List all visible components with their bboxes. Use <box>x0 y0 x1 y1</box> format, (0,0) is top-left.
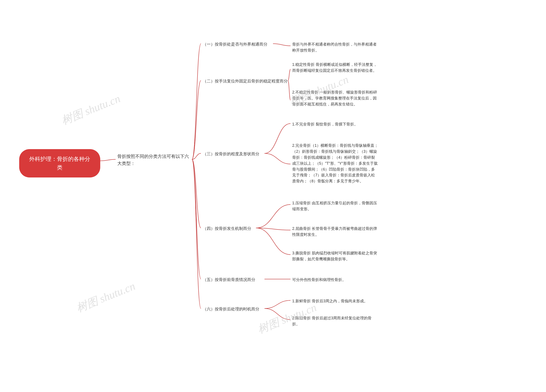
category-node-5: （五）按骨折前骨质情况而分 <box>203 277 265 283</box>
root-node: 外科护理：骨折的各种分 类 <box>19 149 100 177</box>
category-label: （一）按骨折处是否与外界相通而分 <box>203 42 267 46</box>
connector <box>288 69 291 81</box>
connector <box>192 159 201 228</box>
leaf-node-2-1: 1.稳定性骨折 骨折横断或近似横断，经手法整复，而骨折断端经复位固定后不致再发生… <box>292 62 379 74</box>
leaf-text: 2.不稳定性骨折 一般斜形骨折、螺旋形骨折和粉碎骨折等，医。学教育网搜集整理在手… <box>292 90 377 106</box>
watermark: 树图 shutu.cn <box>59 91 123 128</box>
leaf-text: 1.压缩骨折 由互相挤压力量引起的骨折，骨骼因压缩而变形。 <box>292 201 377 211</box>
connector <box>265 309 291 320</box>
connector <box>256 228 291 255</box>
connector <box>288 81 291 100</box>
connector <box>192 44 201 159</box>
leaf-text: 1.不完全骨折 裂纹骨折，骨膜下骨折。 <box>292 122 358 126</box>
category-label: （五）按骨折前骨质情况而分 <box>203 277 255 282</box>
connector <box>265 300 291 309</box>
connector <box>100 159 116 161</box>
leaf-node-5-1: 可分外伤性骨折和病理性骨折。 <box>292 277 379 283</box>
category-label: （六）按骨折后处理的时机而分 <box>203 307 259 311</box>
category-node-4: （四）按骨折发生机制而分 <box>203 225 256 232</box>
category-node-2: （二）按手法复位外固定后骨折的稳定程度而分 <box>203 78 288 84</box>
connector <box>265 153 291 164</box>
leaf-node-6-2: 2.陈旧骨折 骨折后超过3周而未经复位处理的骨折。 <box>292 315 379 327</box>
category-label: （四）按骨折发生机制而分 <box>203 226 251 231</box>
leaf-text: 骨折与外界不相通者称闭合性骨折，与外界相通者称开放性骨折。 <box>292 42 377 52</box>
leaf-node-4-3: 3.撕脱骨折 肌肉猛烈收缩时可将肌腱附着处之骨突部撕裂，如尺骨鹰嘴撕脱骨折等。 <box>292 250 379 262</box>
leaf-text: 2.陈旧骨折 骨折后超过3周而未经复位处理的骨折。 <box>292 316 371 326</box>
category-node-3: （三）按骨折的程度及形状而分 <box>203 151 265 157</box>
root-title-line2: 类 <box>57 164 63 171</box>
leaf-node-2-2: 2.不稳定性骨折 一般斜形骨折、螺旋形骨折和粉碎骨折等，医。学教育网搜集整理在手… <box>292 89 379 107</box>
watermark: 树图 shutu.cn <box>74 279 137 316</box>
level1-node: 骨折按照不同的分类方法可有以下六大类型： <box>117 153 192 167</box>
root-title-line1: 外科护理：骨折的各种分 <box>29 156 90 162</box>
connector <box>265 124 291 153</box>
leaf-node-4-1: 1.压缩骨折 由互相挤压力量引起的骨折，骨骼因压缩而变形。 <box>292 200 379 212</box>
category-label: （三）按骨折的程度及形状而分 <box>203 152 259 156</box>
connector-layer <box>0 0 546 392</box>
connector <box>192 153 201 159</box>
leaf-text: 2.屈曲骨折 长管骨骨干受暴力而被弯曲超过骨的弹性限度时发生。 <box>292 227 377 237</box>
connector <box>273 44 291 46</box>
connector <box>192 81 201 159</box>
leaf-text: 1.稳定性骨折 骨折横断或近似横断，经手法整复，而骨折断端经复位固定后不致再发生… <box>292 63 377 73</box>
leaf-node-4-2: 2.屈曲骨折 长管骨骨干受暴力而被弯曲超过骨的弹性限度时发生。 <box>292 226 379 238</box>
category-node-6: （六）按骨折后处理的时机而分 <box>203 306 265 312</box>
level1-text: 骨折按照不同的分类方法可有以下六大类型： <box>117 154 189 166</box>
leaf-node-6-1: 1.新鲜骨折 骨折后3周之内，骨痂尚未形成。 <box>292 298 379 304</box>
leaf-text: 1.新鲜骨折 骨折后3周之内，骨痂尚未形成。 <box>292 299 368 303</box>
leaf-text: 2.完全骨折（1）横断骨折：骨折线与骨纵轴垂直；（2）斜形骨折：骨折线与骨纵轴斜… <box>292 143 378 183</box>
category-node-1: （一）按骨折处是否与外界相通而分 <box>203 41 273 48</box>
connector <box>256 204 291 228</box>
category-label: （二）按手法复位外固定后骨折的稳定程度而分 <box>203 79 288 83</box>
leaf-text: 可分外伤性骨折和病理性骨折。 <box>292 278 346 282</box>
leaf-node-3-1: 1.不完全骨折 裂纹骨折，骨膜下骨折。 <box>292 121 379 127</box>
connector <box>256 228 291 230</box>
connector <box>192 159 201 279</box>
leaf-node-1-1: 骨折与外界不相通者称闭合性骨折，与外界相通者称开放性骨折。 <box>292 42 379 53</box>
leaf-node-3-2: 2.完全骨折（1）横断骨折：骨折线与骨纵轴垂直；（2）斜形骨折：骨折线与骨纵轴斜… <box>292 143 379 184</box>
connector <box>192 159 201 309</box>
leaf-text: 3.撕脱骨折 肌肉猛烈收缩时可将肌腱附着处之骨突部撕裂，如尺骨鹰嘴撕脱骨折等。 <box>292 251 377 261</box>
